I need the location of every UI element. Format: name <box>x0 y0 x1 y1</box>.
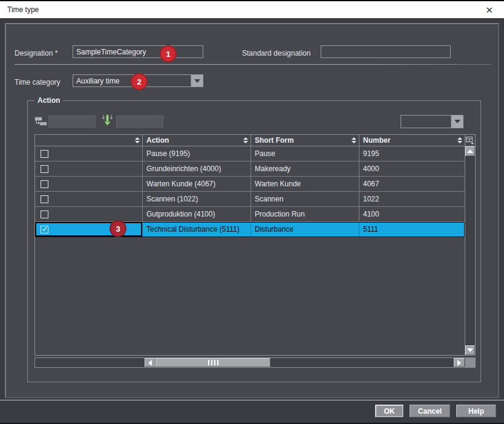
row-number-cell[interactable]: 5111 <box>359 222 465 236</box>
time-category-value: Auxiliary time <box>76 77 119 85</box>
dialog-body: Designation * 1 Standard designation Tim… <box>5 23 499 398</box>
standard-designation-label: Standard designation <box>242 49 310 57</box>
scrollbar-corner <box>465 358 475 367</box>
filter-input[interactable] <box>48 116 96 128</box>
table-body: Pause (9195) Pause 9195 Grundeinrichten … <box>35 146 465 355</box>
header-short-form-column[interactable]: Short Form <box>251 135 359 146</box>
callout-badge-3: 3 <box>110 220 126 237</box>
row-action-cell[interactable]: Pause (9195) <box>143 146 251 161</box>
row-short-form-cell[interactable]: Pause <box>251 146 359 161</box>
horizontal-scroll-track[interactable] <box>270 358 454 367</box>
cancel-button[interactable]: Cancel <box>410 405 450 417</box>
horizontal-scroll-track[interactable] <box>35 358 145 367</box>
row-short-form-cell[interactable]: Makeready <box>251 161 359 176</box>
row-checkbox[interactable] <box>41 195 48 203</box>
horizontal-scrollbar[interactable] <box>34 357 476 368</box>
sort-icon <box>457 137 462 143</box>
position-input[interactable] <box>116 116 163 128</box>
row-number-cell[interactable]: 4000 <box>359 161 465 176</box>
hierarchy-add-icon <box>34 117 47 129</box>
table-row[interactable]: Pause (9195) Pause 9195 <box>35 146 465 161</box>
table-row[interactable]: Warten Kunde (4067) Warten Kunde 4067 <box>35 177 465 192</box>
ok-button[interactable]: OK <box>375 405 404 417</box>
scroll-up-button[interactable] <box>465 146 475 156</box>
row-short-form-cell[interactable]: Warten Kunde <box>251 177 359 191</box>
title-bar: Time type ✕ <box>0 0 504 18</box>
action-groupbox-legend: Action <box>34 96 63 105</box>
row-checkbox-cell[interactable] <box>35 222 143 236</box>
scroll-right-button[interactable] <box>454 358 465 367</box>
row-action-cell[interactable]: Scannen (1022) <box>143 192 251 206</box>
header-number-column[interactable]: Number <box>359 135 465 146</box>
row-action-cell[interactable]: Grundeinrichten (4000) <box>143 161 251 176</box>
row-number-cell[interactable]: 1022 <box>359 192 465 206</box>
footer-separator <box>0 400 504 400</box>
row-short-form-cell[interactable]: Production Run <box>251 207 359 221</box>
chevron-down-icon[interactable] <box>191 75 203 86</box>
row-short-form-cell[interactable]: Scannen <box>251 192 359 206</box>
table-row[interactable]: Technical Disturbance (5111) Disturbance… <box>35 222 465 237</box>
table-row[interactable]: Scannen (1022) Scannen 1022 <box>35 192 465 207</box>
row-number-cell[interactable]: 4067 <box>359 177 465 191</box>
callout-badge-2: 2 <box>131 73 148 90</box>
window-title: Time type <box>7 5 482 14</box>
row-checkbox-cell[interactable] <box>35 207 143 221</box>
callout-badge-1: 1 <box>160 45 177 62</box>
designation-input[interactable] <box>73 45 203 58</box>
action-table: Action Short Form Number Pause (9195) Pa… <box>34 134 476 356</box>
scroll-down-button[interactable] <box>465 345 475 355</box>
row-checkbox-cell[interactable] <box>35 192 143 206</box>
standard-designation-input[interactable] <box>321 45 451 58</box>
row-action-cell[interactable]: Gutproduktion (4100) <box>143 207 251 221</box>
separator-line <box>15 64 491 65</box>
help-button[interactable]: Help <box>456 405 496 417</box>
sort-icon <box>352 137 356 143</box>
row-short-form-cell[interactable]: Disturbance <box>251 222 359 236</box>
sort-icon <box>243 137 248 143</box>
scroll-left-button[interactable] <box>145 358 155 367</box>
row-checkbox[interactable] <box>41 165 48 173</box>
sort-icon <box>135 137 140 143</box>
row-checkbox-cell[interactable] <box>35 146 143 161</box>
action-groupbox: Action <box>27 100 481 382</box>
vertical-scroll-track[interactable] <box>465 156 475 345</box>
view-selector-dropdown[interactable] <box>401 115 463 128</box>
time-category-label: Time category <box>15 78 61 86</box>
table-header-row: Action Short Form Number <box>35 135 465 146</box>
header-action-column[interactable]: Action <box>143 135 251 146</box>
vertical-scrollbar[interactable] <box>465 135 475 355</box>
row-number-cell[interactable]: 9195 <box>359 146 465 161</box>
table-row[interactable]: Grundeinrichten (4000) Makeready 4000 <box>35 161 465 177</box>
horizontal-scroll-thumb[interactable] <box>155 358 270 367</box>
row-action-cell[interactable]: Warten Kunde (4067) <box>143 177 251 191</box>
table-row[interactable]: Gutproduktion (4100) Production Run 4100 <box>35 207 465 222</box>
row-checkbox[interactable] <box>41 226 48 233</box>
row-checkbox-cell[interactable] <box>35 177 143 191</box>
row-number-cell[interactable]: 4100 <box>359 207 465 221</box>
close-icon[interactable]: ✕ <box>482 4 497 16</box>
row-action-cell[interactable]: Technical Disturbance (5111) <box>143 222 251 236</box>
chevron-down-icon[interactable] <box>451 116 463 128</box>
row-checkbox[interactable] <box>41 180 48 188</box>
row-checkbox-cell[interactable] <box>35 161 143 176</box>
designation-label: Designation * <box>15 49 57 57</box>
row-checkbox[interactable] <box>41 150 48 158</box>
row-checkbox[interactable] <box>41 210 48 218</box>
header-checkbox-column[interactable] <box>35 135 143 146</box>
move-down-arrow-icon <box>102 114 113 129</box>
column-chooser-icon[interactable] <box>465 135 475 146</box>
